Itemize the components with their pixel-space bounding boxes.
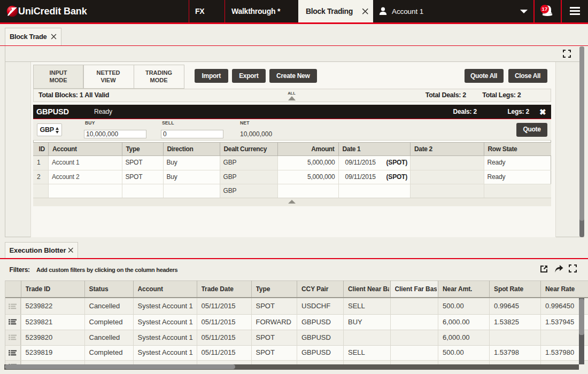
svg-text:17: 17 <box>542 6 548 12</box>
